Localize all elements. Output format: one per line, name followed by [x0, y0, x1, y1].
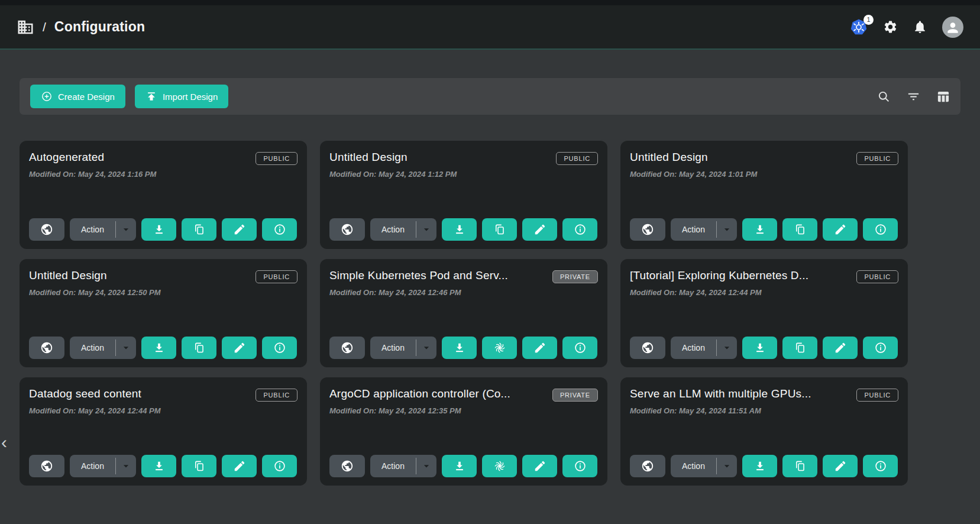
chevron-down-icon[interactable]	[416, 337, 436, 359]
download-button[interactable]	[141, 218, 176, 241]
edit-button[interactable]	[823, 337, 858, 359]
action-split-button[interactable]: Action	[370, 455, 436, 477]
edit-button[interactable]	[222, 218, 257, 241]
clone-button[interactable]	[182, 218, 216, 241]
design-card: Untitled Design PUBLIC Modified On: May …	[320, 141, 607, 249]
visibility-globe-button[interactable]	[329, 337, 365, 359]
action-split-button[interactable]: Action	[70, 337, 136, 359]
import-design-button[interactable]: Import Design	[135, 85, 228, 108]
info-icon	[574, 460, 587, 473]
visibility-badge: PRIVATE	[552, 389, 598, 402]
download-button[interactable]	[442, 337, 477, 359]
action-split-button[interactable]: Action	[70, 218, 136, 241]
gear-icon[interactable]	[883, 20, 898, 34]
download-button[interactable]	[442, 218, 477, 241]
table-view-icon[interactable]	[936, 90, 950, 103]
kubernetes-context-button[interactable]: 1	[849, 18, 868, 37]
clone-button[interactable]	[182, 455, 216, 477]
clone-button[interactable]	[782, 218, 817, 241]
create-design-button[interactable]: Create Design	[30, 85, 125, 108]
clone-button[interactable]	[482, 218, 517, 241]
info-button[interactable]	[562, 455, 597, 477]
chevron-down-icon[interactable]	[116, 218, 136, 241]
avatar[interactable]	[942, 17, 963, 38]
download-icon	[453, 223, 466, 236]
search-icon[interactable]	[877, 90, 891, 103]
visibility-globe-button[interactable]	[630, 337, 665, 359]
edit-button[interactable]	[522, 218, 557, 241]
action-split-button[interactable]: Action	[370, 218, 436, 241]
clone-button[interactable]	[182, 337, 216, 359]
design-card: [Tutorial] Exploring Kubernetes D... PUB…	[620, 259, 908, 367]
download-button[interactable]	[442, 455, 477, 477]
info-button[interactable]	[562, 218, 597, 241]
visibility-globe-button[interactable]	[29, 218, 64, 241]
action-split-button[interactable]: Action	[671, 337, 737, 359]
info-button[interactable]	[863, 337, 898, 359]
breadcrumb: / Configuration	[17, 18, 145, 36]
action-button-label[interactable]: Action	[70, 455, 115, 477]
breadcrumb-separator: /	[43, 20, 46, 34]
visibility-globe-button[interactable]	[630, 218, 665, 241]
edit-button[interactable]	[823, 218, 858, 241]
edit-button[interactable]	[522, 455, 557, 477]
info-button[interactable]	[262, 455, 297, 477]
edit-button[interactable]	[222, 455, 257, 477]
visibility-badge: PUBLIC	[556, 152, 598, 165]
chevron-down-icon[interactable]	[717, 455, 737, 477]
bell-icon[interactable]	[913, 20, 927, 34]
action-button-label[interactable]: Action	[370, 337, 416, 359]
download-icon	[453, 460, 466, 473]
visibility-globe-button[interactable]	[329, 218, 365, 241]
info-button[interactable]	[863, 455, 898, 477]
filter-icon[interactable]	[907, 90, 920, 103]
pencil-icon	[233, 460, 246, 473]
action-button-label[interactable]: Action	[370, 218, 416, 241]
visibility-globe-button[interactable]	[329, 455, 365, 477]
clone-button[interactable]	[782, 455, 817, 477]
upload-icon	[145, 90, 157, 102]
download-button[interactable]	[742, 337, 777, 359]
download-icon	[153, 460, 166, 473]
edit-button[interactable]	[522, 337, 557, 359]
action-split-button[interactable]: Action	[671, 455, 737, 477]
visibility-globe-button[interactable]	[630, 455, 665, 477]
chevron-down-icon[interactable]	[416, 218, 436, 241]
design-card: Untitled Design PUBLIC Modified On: May …	[620, 141, 908, 249]
info-button[interactable]	[562, 337, 597, 359]
action-button-label[interactable]: Action	[671, 218, 716, 241]
download-button[interactable]	[141, 455, 176, 477]
action-split-button[interactable]: Action	[370, 337, 436, 359]
clone-button[interactable]	[482, 337, 517, 359]
action-button-label[interactable]: Action	[70, 337, 115, 359]
chevron-down-icon[interactable]	[416, 455, 436, 477]
visibility-globe-button[interactable]	[29, 455, 64, 477]
action-button-label[interactable]: Action	[370, 455, 416, 477]
chevron-down-icon[interactable]	[717, 337, 737, 359]
download-button[interactable]	[141, 337, 176, 359]
chevron-down-icon[interactable]	[116, 337, 136, 359]
edit-button[interactable]	[823, 455, 858, 477]
chevron-down-icon[interactable]	[116, 455, 136, 477]
modified-on-text: Modified On: May 24, 2024 12:44 PM	[29, 406, 297, 415]
copy-icon	[193, 460, 206, 473]
info-button[interactable]	[863, 218, 898, 241]
clone-button[interactable]	[482, 455, 517, 477]
globe-icon	[341, 460, 354, 473]
edit-button[interactable]	[222, 337, 257, 359]
download-button[interactable]	[742, 218, 777, 241]
organization-building-icon[interactable]	[17, 18, 34, 36]
clone-button[interactable]	[782, 337, 817, 359]
chevron-down-icon[interactable]	[717, 218, 737, 241]
download-button[interactable]	[742, 455, 777, 477]
action-button-label[interactable]: Action	[671, 455, 716, 477]
info-icon	[273, 460, 286, 473]
action-button-label[interactable]: Action	[671, 337, 716, 359]
info-button[interactable]	[262, 337, 297, 359]
info-button[interactable]	[262, 218, 297, 241]
collapse-drawer-chevron[interactable]: ‹	[1, 434, 7, 451]
visibility-globe-button[interactable]	[29, 337, 64, 359]
action-split-button[interactable]: Action	[70, 455, 136, 477]
action-button-label[interactable]: Action	[70, 218, 115, 241]
action-split-button[interactable]: Action	[671, 218, 737, 241]
